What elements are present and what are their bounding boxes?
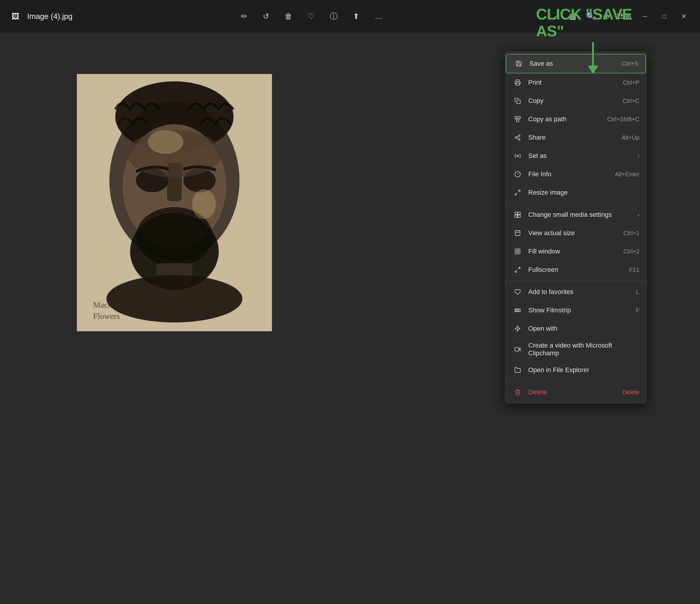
filmstrip-label: Show Filmstrip: [528, 307, 631, 314]
actual-size-shortcut: Ctrl+1: [623, 230, 640, 237]
svg-rect-17: [517, 100, 520, 103]
svg-marker-47: [515, 326, 520, 331]
menu-item-media-settings[interactable]: Change small media settings ›: [505, 206, 647, 224]
menu-item-set-as[interactable]: Set as ›: [505, 147, 647, 165]
context-menu: Save as Ctrl+S Print Ctrl+P Copy Ctrl+C …: [505, 52, 647, 404]
app-icon: 🖼: [9, 10, 22, 23]
resize-icon: [512, 187, 523, 198]
svg-rect-18: [515, 117, 517, 119]
svg-line-28: [517, 136, 519, 137]
create-video-label: Create a video with Microsoft Clipchamp: [528, 342, 640, 357]
media-settings-arrow: ›: [637, 212, 640, 218]
minimize-button[interactable]: ─: [637, 10, 652, 23]
media-settings-icon: [512, 210, 523, 220]
delete-toolbar-icon[interactable]: 🗑: [282, 9, 295, 23]
menu-item-share[interactable]: Share Alt+Up: [505, 128, 647, 147]
svg-text:Flowers: Flowers: [93, 312, 120, 321]
svg-rect-34: [518, 212, 520, 214]
info-toolbar-icon[interactable]: ⓘ: [328, 9, 340, 24]
svg-point-25: [515, 137, 517, 139]
menu-item-resize[interactable]: Resize image: [505, 184, 647, 202]
menu-item-open-explorer[interactable]: Open in File Explorer: [505, 361, 647, 379]
file-info-icon: [512, 169, 523, 179]
svg-point-29: [517, 155, 519, 157]
svg-rect-39: [516, 250, 519, 252]
menu-item-add-favorites[interactable]: Add to favorites L: [505, 283, 647, 301]
fill-window-shortcut: Ctrl+2: [623, 248, 640, 255]
add-favorites-icon: [512, 287, 523, 297]
add-favorites-shortcut: L: [636, 289, 640, 295]
sketch-image: Mackenzie Flowers: [77, 74, 272, 331]
annotation-text: CLICK "SAVEAS": [536, 6, 632, 40]
fill-window-label: Fill window: [528, 247, 619, 255]
svg-rect-16: [516, 83, 519, 85]
more-toolbar-icon[interactable]: …: [372, 9, 385, 23]
svg-point-11: [192, 189, 216, 219]
arrow-head: [588, 66, 598, 74]
menu-item-copy[interactable]: Copy Ctrl+C: [505, 92, 647, 110]
share-toolbar-icon[interactable]: ⬆: [351, 9, 362, 23]
save-as-icon: [514, 58, 524, 69]
annotation: CLICK "SAVEAS": [536, 6, 632, 74]
fullscreen-shortcut: F11: [629, 266, 640, 273]
file-info-label: File Info: [528, 170, 610, 178]
add-favorites-label: Add to favorites: [528, 288, 631, 296]
menu-item-copy-as-path[interactable]: Copy as path Ctrl+Shift+C: [505, 110, 647, 128]
copy-path-shortcut: Ctrl+Shift+C: [607, 116, 640, 123]
title-bar-center: ✏ ↺ 🗑 ♡ ⓘ ⬆ …: [72, 9, 551, 24]
print-label: Print: [528, 79, 618, 87]
svg-rect-19: [518, 117, 520, 119]
svg-line-41: [515, 270, 517, 272]
set-as-label: Set as: [528, 152, 635, 160]
share-shortcut: Alt+Up: [621, 134, 640, 141]
menu-item-open-with[interactable]: Open with: [505, 319, 647, 338]
svg-rect-36: [518, 215, 520, 217]
menu-item-create-video[interactable]: Create a video with Microsoft Clipchamp: [505, 338, 647, 361]
rotate-icon[interactable]: ↺: [260, 9, 272, 23]
annotation-arrow: [554, 42, 632, 74]
fullscreen-label: Fullscreen: [528, 266, 625, 273]
favorite-toolbar-icon[interactable]: ♡: [305, 9, 317, 23]
fill-window-icon: [512, 246, 523, 257]
set-as-arrow: ›: [637, 153, 640, 160]
open-explorer-icon: [512, 365, 523, 376]
svg-rect-35: [515, 215, 517, 217]
share-icon: [512, 132, 523, 143]
print-shortcut: Ctrl+P: [623, 79, 640, 86]
resize-label: Resize image: [528, 189, 640, 196]
copy-shortcut: Ctrl+C: [623, 98, 640, 104]
menu-item-delete[interactable]: Delete Delete: [505, 383, 647, 402]
svg-point-13: [106, 275, 243, 322]
menu-item-file-info[interactable]: File Info Alt+Enter: [505, 165, 647, 184]
menu-item-fill-window[interactable]: Fill window Ctrl+2: [505, 242, 647, 261]
menu-item-fullscreen[interactable]: Fullscreen F11: [505, 261, 647, 279]
copy-label: Copy: [528, 97, 618, 105]
maximize-button[interactable]: □: [657, 10, 672, 23]
delete-label: Delete: [528, 388, 618, 396]
svg-text:Mackenzie: Mackenzie: [93, 300, 129, 309]
menu-item-filmstrip[interactable]: Show Filmstrip F: [505, 301, 647, 319]
actual-size-icon: [512, 228, 523, 238]
svg-rect-37: [515, 231, 520, 236]
menu-item-actual-size[interactable]: View actual size Ctrl+1: [505, 224, 647, 242]
svg-rect-48: [515, 347, 519, 352]
edit-icon[interactable]: ✏: [239, 9, 250, 23]
actual-size-label: View actual size: [528, 229, 619, 237]
fullscreen-icon: [512, 264, 523, 275]
media-settings-label: Change small media settings: [528, 211, 635, 219]
svg-rect-20: [517, 120, 519, 122]
copy-icon: [512, 96, 523, 106]
set-as-icon: [512, 150, 523, 161]
svg-rect-33: [515, 212, 517, 214]
create-video-icon: [512, 344, 523, 355]
svg-line-40: [518, 267, 520, 269]
open-with-label: Open with: [528, 325, 640, 333]
filmstrip-menu-icon: [512, 305, 523, 316]
menu-item-print[interactable]: Print Ctrl+P: [505, 73, 647, 92]
close-button[interactable]: ✕: [676, 10, 691, 23]
arrow-line: [592, 42, 594, 66]
divider-1: [505, 203, 647, 204]
open-explorer-label: Open in File Explorer: [528, 366, 640, 374]
filmstrip-shortcut: F: [636, 307, 640, 314]
svg-point-24: [519, 135, 520, 137]
